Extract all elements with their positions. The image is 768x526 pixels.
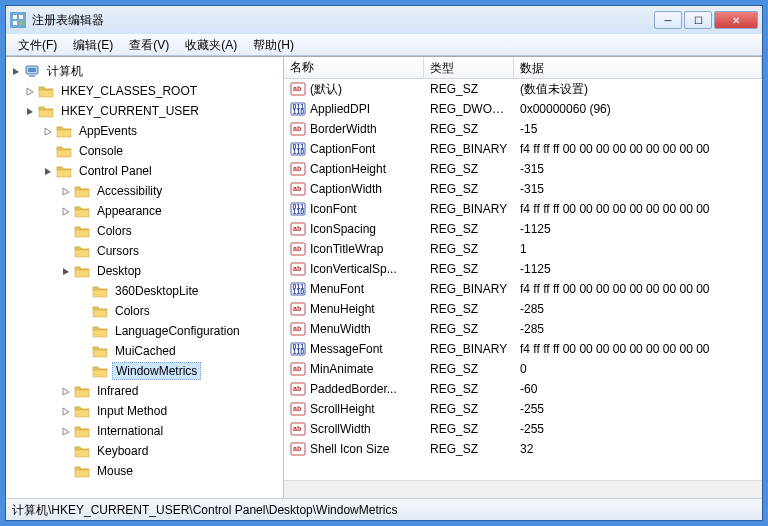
binary-icon [290, 101, 306, 117]
minimize-button[interactable]: ─ [654, 11, 682, 29]
expander-icon[interactable] [60, 225, 72, 237]
list-row[interactable]: ScrollWidthREG_SZ-255 [284, 419, 762, 439]
string-icon [290, 361, 306, 377]
expander-icon[interactable] [42, 125, 54, 137]
tree-node-hkcu[interactable]: HKEY_CURRENT_USER [24, 101, 283, 121]
col-header-name[interactable]: 名称 [284, 57, 424, 78]
expander-icon[interactable] [78, 285, 90, 297]
tree-node-control-panel[interactable]: Control Panel [42, 161, 283, 181]
list-row[interactable]: PaddedBorder...REG_SZ-60 [284, 379, 762, 399]
expander-icon[interactable] [78, 365, 90, 377]
value-data: f4 ff ff ff 00 00 00 00 00 00 00 00 00 [514, 342, 762, 356]
value-name: MenuWidth [310, 322, 371, 336]
expander-icon[interactable] [78, 305, 90, 317]
value-data: 0 [514, 362, 762, 376]
tree-node-input-method[interactable]: Input Method [60, 401, 283, 421]
tree-node-international[interactable]: International [60, 421, 283, 441]
list-row[interactable]: MinAnimateREG_SZ0 [284, 359, 762, 379]
tree-node-appevents[interactable]: AppEvents [42, 121, 283, 141]
expander-icon[interactable] [78, 325, 90, 337]
list-row[interactable]: ScrollHeightREG_SZ-255 [284, 399, 762, 419]
expander-icon[interactable] [42, 145, 54, 157]
value-data: 0x00000060 (96) [514, 102, 762, 116]
value-type: REG_SZ [424, 322, 514, 336]
menu-help[interactable]: 帮助(H) [245, 34, 302, 55]
tree-node-cursors[interactable]: Cursors [60, 241, 283, 261]
value-name-cell: MessageFont [284, 341, 424, 357]
tree-node-appearance[interactable]: Appearance [60, 201, 283, 221]
expander-icon[interactable] [24, 105, 36, 117]
tree-node-hkcr[interactable]: HKEY_CLASSES_ROOT [24, 81, 283, 101]
col-header-type[interactable]: 类型 [424, 57, 514, 78]
list-row[interactable]: IconSpacingREG_SZ-1125 [284, 219, 762, 239]
list-row[interactable]: IconFontREG_BINARYf4 ff ff ff 00 00 00 0… [284, 199, 762, 219]
menu-file[interactable]: 文件(F) [10, 34, 65, 55]
expander-icon[interactable] [60, 205, 72, 217]
tree-node-keyboard[interactable]: Keyboard [60, 441, 283, 461]
expander-icon[interactable] [42, 165, 54, 177]
expander-icon[interactable] [60, 245, 72, 257]
value-type: REG_SZ [424, 262, 514, 276]
list-row[interactable]: CaptionHeightREG_SZ-315 [284, 159, 762, 179]
tree-node-colors[interactable]: Colors [60, 221, 283, 241]
value-name: (默认) [310, 81, 342, 98]
expander-icon[interactable] [10, 65, 22, 77]
list-row[interactable]: AppliedDPIREG_DWORD0x00000060 (96) [284, 99, 762, 119]
expander-icon[interactable] [60, 445, 72, 457]
tree-node-langconfig[interactable]: LanguageConfiguration [78, 321, 283, 341]
tree-node-accessibility[interactable]: Accessibility [60, 181, 283, 201]
tree-node-console[interactable]: Console [42, 141, 283, 161]
value-name: PaddedBorder... [310, 382, 397, 396]
value-name: CaptionWidth [310, 182, 382, 196]
tree-node-mouse[interactable]: Mouse [60, 461, 283, 481]
tree-node-desktop-colors[interactable]: Colors [78, 301, 283, 321]
folder-icon [92, 363, 108, 379]
tree-pane[interactable]: 计算机 HKEY_CLASSES_ROOT HKEY_CURRENT_USER [6, 57, 284, 498]
close-button[interactable]: ✕ [714, 11, 758, 29]
tree-node-muicached[interactable]: MuiCached [78, 341, 283, 361]
expander-icon[interactable] [60, 265, 72, 277]
tree-node-infrared[interactable]: Infrared [60, 381, 283, 401]
value-type: REG_BINARY [424, 202, 514, 216]
list-row[interactable]: CaptionFontREG_BINARYf4 ff ff ff 00 00 0… [284, 139, 762, 159]
tree-node-360desktoplite[interactable]: 360DesktopLite [78, 281, 283, 301]
string-icon [290, 81, 306, 97]
expander-icon[interactable] [60, 405, 72, 417]
col-header-data[interactable]: 数据 [514, 57, 762, 78]
svg-rect-11 [13, 21, 17, 25]
folder-icon [74, 243, 90, 259]
list-row[interactable]: MenuFontREG_BINARYf4 ff ff ff 00 00 00 0… [284, 279, 762, 299]
list-row[interactable]: CaptionWidthREG_SZ-315 [284, 179, 762, 199]
maximize-button[interactable]: ☐ [684, 11, 712, 29]
tree-label: Accessibility [94, 183, 165, 199]
menu-edit[interactable]: 编辑(E) [65, 34, 121, 55]
expander-icon[interactable] [60, 185, 72, 197]
menu-favorites[interactable]: 收藏夹(A) [177, 34, 245, 55]
tree-node-windowmetrics[interactable]: WindowMetrics [78, 361, 283, 381]
list-row[interactable]: BorderWidthREG_SZ-15 [284, 119, 762, 139]
tree-node-desktop[interactable]: Desktop [60, 261, 283, 281]
folder-icon [92, 323, 108, 339]
list-row[interactable]: IconVerticalSp...REG_SZ-1125 [284, 259, 762, 279]
list-body[interactable]: (默认)REG_SZ(数值未设置)AppliedDPIREG_DWORD0x00… [284, 79, 762, 480]
menu-view[interactable]: 查看(V) [121, 34, 177, 55]
expander-icon[interactable] [60, 385, 72, 397]
tree-label: Mouse [94, 463, 136, 479]
list-row[interactable]: IconTitleWrapREG_SZ1 [284, 239, 762, 259]
list-row[interactable]: MenuHeightREG_SZ-285 [284, 299, 762, 319]
horizontal-scrollbar[interactable] [284, 480, 762, 498]
list-row[interactable]: MessageFontREG_BINARYf4 ff ff ff 00 00 0… [284, 339, 762, 359]
expander-icon[interactable] [60, 465, 72, 477]
value-name: CaptionFont [310, 142, 375, 156]
list-row[interactable]: (默认)REG_SZ(数值未设置) [284, 79, 762, 99]
value-data: -285 [514, 322, 762, 336]
list-row[interactable]: Shell Icon SizeREG_SZ32 [284, 439, 762, 459]
value-name-cell: CaptionHeight [284, 161, 424, 177]
expander-icon[interactable] [78, 345, 90, 357]
tree-node-computer[interactable]: 计算机 [6, 61, 283, 81]
titlebar[interactable]: 注册表编辑器 ─ ☐ ✕ [6, 6, 762, 34]
expander-icon[interactable] [60, 425, 72, 437]
expander-icon[interactable] [24, 85, 36, 97]
list-row[interactable]: MenuWidthREG_SZ-285 [284, 319, 762, 339]
string-icon [290, 241, 306, 257]
